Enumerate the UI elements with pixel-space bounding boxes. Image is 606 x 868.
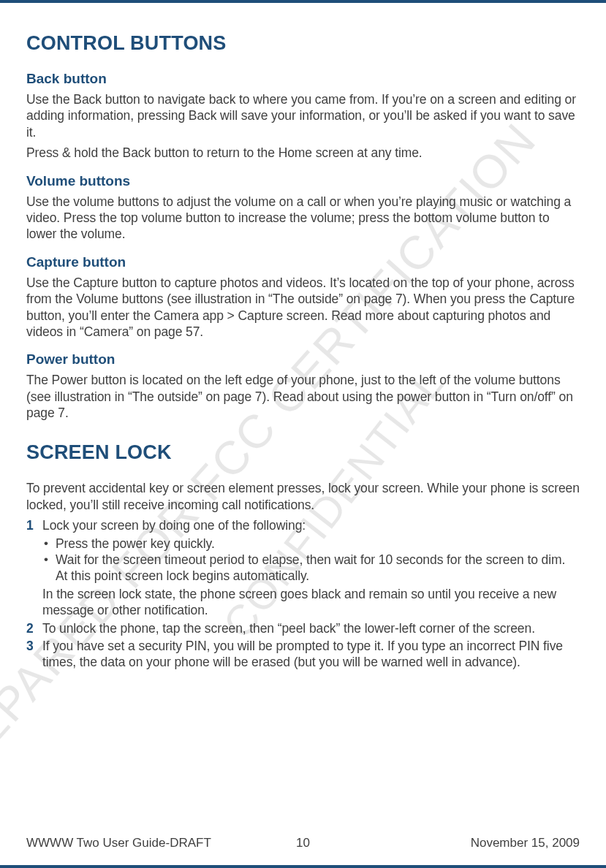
step-1-bullets: Press the power key quickly. Wait for th…: [42, 536, 580, 585]
page-footer: WWWW Two User Guide-DRAFT 10 November 15…: [26, 836, 580, 850]
footer-page-number: 10: [296, 836, 310, 850]
heading-power-button: Power button: [26, 351, 580, 368]
paragraph-power-1: The Power button is located on the left …: [26, 372, 580, 421]
paragraph-back-1: Use the Back button to navigate back to …: [26, 91, 580, 140]
heading-capture-button: Capture button: [26, 254, 580, 270]
heading-back-button: Back button: [26, 71, 580, 87]
step-1-lead: Lock your screen by doing one of the fol…: [42, 518, 306, 533]
step-1-after: In the screen lock state, the phone scre…: [42, 586, 580, 619]
step-2: 2 To unlock the phone, tap the screen, t…: [26, 620, 580, 636]
bullet-item: Press the power key quickly.: [42, 536, 580, 552]
bullet-item: Wait for the screen timeout period to el…: [42, 552, 580, 585]
step-number: 1: [26, 517, 34, 533]
step-number: 2: [26, 620, 34, 636]
paragraph-volume-1: Use the volume buttons to adjust the vol…: [26, 194, 580, 243]
heading-control-buttons: CONTROL BUTTONS: [26, 32, 580, 55]
paragraph-back-2: Press & hold the Back button to return t…: [26, 145, 580, 161]
paragraph-screenlock-intro: To prevent accidental key or screen elem…: [26, 480, 580, 513]
paragraph-capture-1: Use the Capture button to capture photos…: [26, 275, 580, 340]
step-1: 1 Lock your screen by doing one of the f…: [26, 517, 580, 618]
step-3: 3 If you have set a security PIN, you wi…: [26, 638, 580, 671]
heading-screen-lock: SCREEN LOCK: [26, 441, 580, 464]
page-content: CONTROL BUTTONS Back button Use the Back…: [26, 32, 580, 671]
steps-list: 1 Lock your screen by doing one of the f…: [26, 517, 580, 671]
step-number: 3: [26, 638, 34, 654]
step-2-text: To unlock the phone, tap the screen, the…: [42, 621, 535, 636]
heading-volume-buttons: Volume buttons: [26, 173, 580, 189]
footer-doc-title: WWWW Two User Guide-DRAFT: [26, 836, 296, 850]
footer-date: November 15, 2009: [310, 836, 580, 850]
step-3-text: If you have set a security PIN, you will…: [42, 639, 563, 669]
document-page: PREPARED FOR FCC CERTIFICATION CONFIDENT…: [0, 0, 606, 868]
